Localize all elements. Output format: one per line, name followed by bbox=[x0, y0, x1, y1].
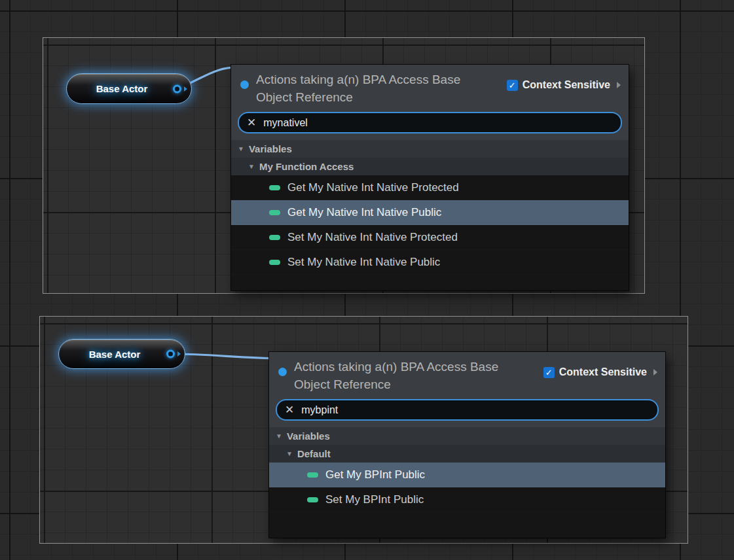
pin-type-icon bbox=[278, 368, 287, 376]
check-mark: ✓ bbox=[509, 80, 516, 90]
node-title: Base Actor bbox=[96, 83, 162, 94]
object-output-pin[interactable] bbox=[173, 84, 181, 93]
variable-pill-icon bbox=[269, 260, 280, 265]
action-label: Set My Native Int Native Public bbox=[287, 256, 440, 269]
action-list-item[interactable]: Set My Native Int Native Protected bbox=[231, 225, 629, 250]
blueprint-node-base-actor[interactable]: Base Actor bbox=[66, 73, 192, 104]
menu-title: Actions taking a(n) BPA Access Base Obje… bbox=[256, 71, 492, 106]
context-action-menu: Actions taking a(n) BPA Access Base Obje… bbox=[269, 352, 665, 538]
menu-header: Actions taking a(n) BPA Access Base Obje… bbox=[269, 352, 665, 427]
category-label: Variables bbox=[287, 430, 330, 442]
chevron-right-icon[interactable] bbox=[617, 82, 621, 88]
clear-search-icon[interactable]: ✕ bbox=[285, 404, 294, 415]
chevron-right-icon[interactable] bbox=[653, 369, 657, 376]
blueprint-graph-canvas[interactable]: Base Actor Actions taking a(n) BPA Acces… bbox=[0, 0, 734, 560]
context-action-menu: Actions taking a(n) BPA Access Base Obje… bbox=[231, 65, 629, 290]
pin-arrow-icon bbox=[177, 351, 181, 357]
category-row-default[interactable]: ▼ Default bbox=[269, 445, 665, 463]
category-row-variables[interactable]: ▼ Variables bbox=[269, 427, 665, 445]
check-mark: ✓ bbox=[545, 368, 553, 377]
context-sensitive-label: Context Sensitive bbox=[523, 79, 610, 91]
collapse-triangle-icon[interactable]: ▼ bbox=[286, 450, 293, 457]
action-label: Set My Native Int Native Protected bbox=[287, 231, 458, 244]
list-filler bbox=[269, 512, 665, 538]
clear-search-icon[interactable]: ✕ bbox=[247, 117, 256, 128]
action-label: Get My BPInt Public bbox=[325, 468, 425, 481]
connection-wire bbox=[170, 354, 282, 359]
action-list-item[interactable]: Set My Native Int Native Public bbox=[231, 250, 629, 275]
menu-title: Actions taking a(n) BPA Access Base Obje… bbox=[294, 358, 530, 393]
variable-pill-icon bbox=[269, 210, 280, 215]
category-label: Default bbox=[297, 448, 331, 459]
node-title: Base Actor bbox=[89, 349, 155, 360]
list-filler bbox=[231, 275, 629, 290]
pin-type-icon bbox=[240, 80, 249, 89]
action-list-item-selected[interactable]: Get My Native Int Native Public bbox=[231, 200, 629, 225]
search-box[interactable]: ✕ bbox=[238, 112, 622, 133]
action-list-item[interactable]: Set My BPInt Public bbox=[269, 487, 665, 512]
action-list-item[interactable]: Get My Native Int Native Protected bbox=[231, 175, 629, 200]
action-label: Set My BPInt Public bbox=[325, 493, 424, 506]
checkbox-icon[interactable]: ✓ bbox=[543, 367, 555, 378]
category-label: My Function Access bbox=[259, 161, 354, 172]
variable-pill-icon bbox=[269, 235, 280, 240]
search-input[interactable] bbox=[301, 404, 650, 416]
search-input[interactable] bbox=[263, 117, 613, 129]
variable-pill-icon bbox=[307, 497, 318, 502]
action-label: Get My Native Int Native Protected bbox=[287, 181, 459, 194]
checkbox-icon[interactable]: ✓ bbox=[507, 80, 518, 91]
menu-header: Actions taking a(n) BPA Access Base Obje… bbox=[231, 65, 629, 140]
pin-arrow-icon bbox=[184, 86, 187, 92]
action-list-item-selected[interactable]: Get My BPInt Public bbox=[269, 463, 665, 487]
variable-pill-icon bbox=[269, 185, 280, 190]
variable-pill-icon bbox=[307, 472, 318, 478]
action-label: Get My Native Int Native Public bbox=[287, 206, 441, 219]
context-sensitive-toggle[interactable]: ✓ Context Sensitive bbox=[507, 71, 622, 91]
search-box[interactable]: ✕ bbox=[276, 399, 659, 421]
context-sensitive-label: Context Sensitive bbox=[559, 366, 647, 378]
collapse-triangle-icon[interactable]: ▼ bbox=[276, 432, 282, 440]
category-label: Variables bbox=[249, 143, 292, 154]
category-row-variables[interactable]: ▼ Variables bbox=[231, 140, 629, 158]
graph-panel-bottom[interactable]: Base Actor Actions taking a(n) BPA Acces… bbox=[39, 316, 688, 544]
collapse-triangle-icon[interactable]: ▼ bbox=[238, 145, 244, 152]
category-row-my-function-access[interactable]: ▼ My Function Access bbox=[231, 158, 629, 175]
context-sensitive-toggle[interactable]: ✓ Context Sensitive bbox=[543, 358, 659, 378]
collapse-triangle-icon[interactable]: ▼ bbox=[248, 163, 255, 170]
object-output-pin[interactable] bbox=[166, 350, 175, 359]
blueprint-node-base-actor[interactable]: Base Actor bbox=[58, 339, 185, 369]
graph-panel-top[interactable]: Base Actor Actions taking a(n) BPA Acces… bbox=[43, 37, 645, 294]
